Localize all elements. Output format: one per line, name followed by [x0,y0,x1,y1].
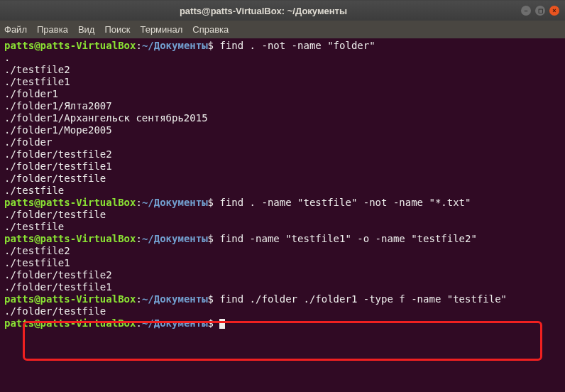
prompt-line: patts@patts-VirtualBox:~/Документы$ find… [4,40,561,52]
output-line: ./testfile1 [4,76,561,88]
menu-help[interactable]: Справка [192,24,229,35]
command-text: find . -not -name "folder" [219,40,375,51]
output-line: ./folder1 [4,88,561,100]
command-text: find ./folder ./folder1 -type f -name "t… [219,293,507,305]
output-line: ./testfile1 [4,257,561,269]
prompt-line: patts@patts-VirtualBox:~/Документы$ [4,317,561,330]
command-text: find -name "testfile1" -o -name "testfil… [219,233,476,244]
close-button[interactable]: × [549,6,559,16]
output-line: ./folder1/Архангельск сентябрь2015 [4,112,561,124]
menubar: Файл Правка Вид Поиск Терминал Справка [0,21,565,38]
prompt-line: patts@patts-VirtualBox:~/Документы$ find… [4,197,561,209]
menu-view[interactable]: Вид [78,24,95,35]
output-line: ./folder1/Море2005 [4,124,561,136]
cursor [219,319,225,329]
output-line: ./folder/testfile [4,209,561,221]
output-line: ./folder [4,136,561,148]
output-line: ./folder1/Ялта2007 [4,100,561,112]
titlebar: patts@patts-VirtualBox: ~/Документы – ◻ … [0,1,565,21]
terminal-window: patts@patts-VirtualBox: ~/Документы – ◻ … [0,0,565,392]
window-controls: – ◻ × [521,6,559,16]
prompt-line: patts@patts-VirtualBox:~/Документы$ find… [4,293,561,305]
output-line: ./testfile2 [4,64,561,76]
menu-file[interactable]: Файл [4,24,27,35]
menu-search[interactable]: Поиск [104,24,130,35]
output-line: . [4,52,561,64]
minimize-button[interactable]: – [521,6,531,16]
window-title: patts@patts-VirtualBox: ~/Документы [6,6,521,16]
maximize-button[interactable]: ◻ [535,6,545,16]
output-line: ./folder/testfile2 [4,148,561,160]
menu-edit[interactable]: Правка [37,24,68,35]
output-line: ./folder/testfile [4,173,561,185]
output-line: ./folder/testfile1 [4,281,561,293]
output-line: ./folder/testfile [4,305,561,317]
prompt-line: patts@patts-VirtualBox:~/Документы$ find… [4,233,561,245]
output-line: ./testfile [4,185,561,197]
output-line: ./testfile [4,221,561,233]
command-text: find . -name "testfile" -not -name "*.tx… [219,197,471,208]
output-line: ./folder/testfile2 [4,269,561,281]
menu-terminal[interactable]: Терминал [140,24,182,35]
output-line: ./folder/testfile1 [4,160,561,173]
terminal-output[interactable]: patts@patts-VirtualBox:~/Документы$ find… [0,38,565,392]
output-line: ./testfile2 [4,245,561,257]
